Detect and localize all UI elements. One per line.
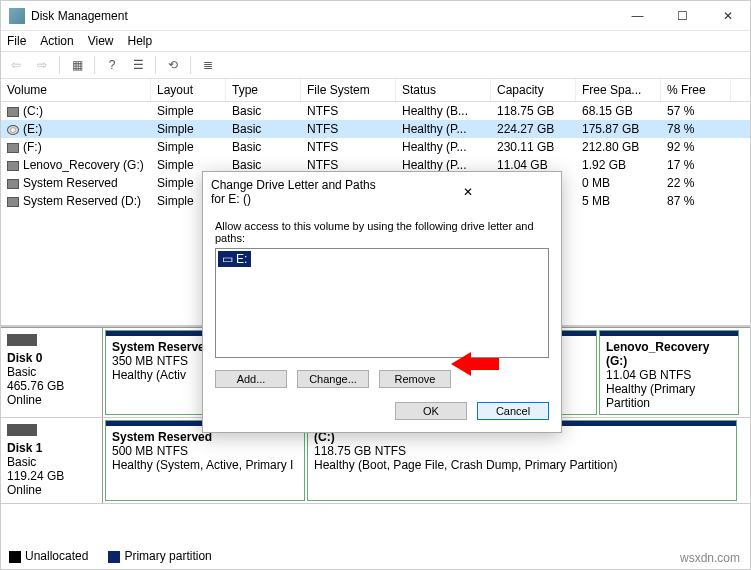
ok-button[interactable]: OK	[395, 402, 467, 420]
volume-row[interactable]: (F:)SimpleBasicNTFSHealthy (P...230.11 G…	[1, 138, 750, 156]
properties-icon[interactable]: ☰	[127, 54, 149, 76]
col-capacity[interactable]: Capacity	[491, 79, 576, 101]
swatch-primary	[108, 551, 120, 563]
volume-icon	[7, 143, 19, 153]
dialog-close-icon[interactable]: ✕	[382, 185, 553, 199]
help-icon[interactable]: ?	[101, 54, 123, 76]
dialog-title: Change Drive Letter and Paths for E: ()	[211, 178, 382, 206]
volume-icon	[7, 161, 19, 171]
col-fs[interactable]: File System	[301, 79, 396, 101]
window-title: Disk Management	[31, 9, 615, 23]
col-free[interactable]: Free Spa...	[576, 79, 661, 101]
close-button[interactable]: ✕	[705, 1, 750, 31]
forward-icon: ⇨	[31, 54, 53, 76]
disk-label[interactable]: Disk 1Basic119.24 GBOnline	[1, 418, 103, 503]
refresh-icon[interactable]: ⟲	[162, 54, 184, 76]
toolbar: ⇦ ⇨ ▦ ? ☰ ⟲ ≣	[1, 51, 750, 79]
col-volume[interactable]: Volume	[1, 79, 151, 101]
list-icon[interactable]: ≣	[197, 54, 219, 76]
change-button[interactable]: Change...	[297, 370, 369, 388]
disk-label[interactable]: Disk 0Basic465.76 GBOnline	[1, 328, 103, 417]
drive-path-entry[interactable]: ▭ E:	[218, 251, 251, 267]
remove-button[interactable]: Remove	[379, 370, 451, 388]
col-status[interactable]: Status	[396, 79, 491, 101]
menubar: File Action View Help	[1, 31, 750, 51]
grid-icon[interactable]: ▦	[66, 54, 88, 76]
maximize-button[interactable]: ☐	[660, 1, 705, 31]
menu-action[interactable]: Action	[40, 34, 73, 48]
separator	[59, 56, 60, 74]
volume-icon	[7, 197, 19, 207]
legend-unallocated: Unallocated	[25, 549, 88, 563]
volume-row[interactable]: (C:)SimpleBasicNTFSHealthy (B...118.75 G…	[1, 102, 750, 120]
drive-paths-listbox[interactable]: ▭ E:	[215, 248, 549, 358]
legend: Unallocated Primary partition	[9, 549, 212, 563]
volume-header: Volume Layout Type File System Status Ca…	[1, 79, 750, 102]
volume-icon	[7, 107, 19, 117]
volume-icon	[7, 125, 19, 135]
dialog-description: Allow access to this volume by using the…	[215, 220, 549, 244]
drive-path-label: E:	[236, 252, 247, 266]
separator	[190, 56, 191, 74]
disk-icon	[7, 334, 37, 346]
disk-icon	[7, 424, 37, 436]
menu-file[interactable]: File	[7, 34, 26, 48]
change-drive-letter-dialog: Change Drive Letter and Paths for E: () …	[202, 171, 562, 433]
titlebar: Disk Management — ☐ ✕	[1, 1, 750, 31]
separator	[155, 56, 156, 74]
volume-icon	[7, 179, 19, 189]
watermark: wsxdn.com	[680, 551, 740, 565]
app-icon	[9, 8, 25, 24]
menu-view[interactable]: View	[88, 34, 114, 48]
legend-primary: Primary partition	[124, 549, 211, 563]
col-type[interactable]: Type	[226, 79, 301, 101]
col-pct[interactable]: % Free	[661, 79, 731, 101]
swatch-unallocated	[9, 551, 21, 563]
partition[interactable]: Lenovo_Recovery (G:)11.04 GB NTFSHealthy…	[599, 330, 739, 415]
separator	[94, 56, 95, 74]
add-button[interactable]: Add...	[215, 370, 287, 388]
minimize-button[interactable]: —	[615, 1, 660, 31]
drive-icon: ▭	[222, 252, 233, 266]
volume-row[interactable]: (E:)SimpleBasicNTFSHealthy (P...224.27 G…	[1, 120, 750, 138]
back-icon: ⇦	[5, 54, 27, 76]
col-layout[interactable]: Layout	[151, 79, 226, 101]
cancel-button[interactable]: Cancel	[477, 402, 549, 420]
menu-help[interactable]: Help	[128, 34, 153, 48]
